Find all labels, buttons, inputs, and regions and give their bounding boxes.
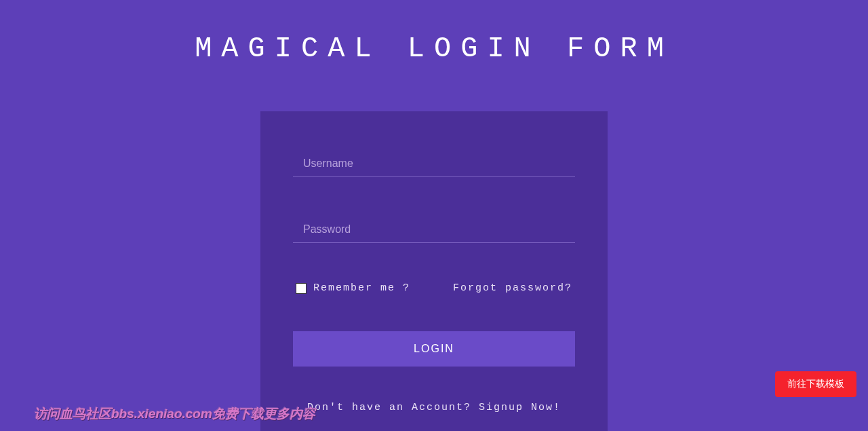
password-input[interactable]: [293, 217, 575, 243]
login-card: Remember me ? Forgot password? LOGIN Don…: [260, 111, 608, 431]
remember-label: Remember me ?: [313, 282, 410, 294]
remember-checkbox[interactable]: [296, 283, 307, 294]
page-title: MAGICAL LOGIN FORM: [0, 0, 868, 65]
watermark-link[interactable]: 访问血鸟社区bbs.xieniao.com免费下载更多内容: [34, 405, 315, 423]
password-group: [293, 217, 575, 243]
remember-group: Remember me ?: [296, 282, 410, 294]
forgot-password-link[interactable]: Forgot password?: [453, 282, 572, 294]
username-group: [293, 151, 575, 177]
signup-link[interactable]: Don't have an Account? Signup Now!: [293, 402, 575, 413]
login-button[interactable]: LOGIN: [293, 331, 575, 367]
options-row: Remember me ? Forgot password?: [293, 282, 575, 294]
username-input[interactable]: [293, 151, 575, 177]
download-template-button[interactable]: 前往下载模板: [775, 371, 856, 397]
